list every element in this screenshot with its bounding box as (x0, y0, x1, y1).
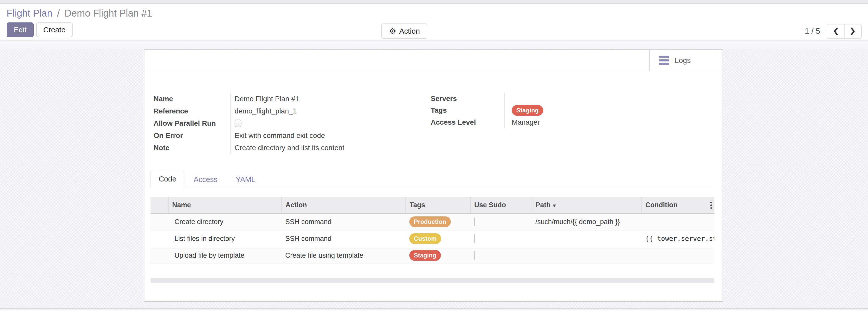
field-row-access-level: Access Level Manager (431, 116, 660, 129)
row-handle-cell (151, 247, 168, 264)
form-buttons: Edit Create (7, 23, 861, 37)
table-header-row: Name Action Tags Use Sudo Path▾ Conditio… (151, 197, 714, 214)
breadcrumb: Flight Plan / Demo Flight Plan #1 (7, 7, 861, 20)
field-label-on-error: On Error (154, 132, 230, 140)
field-value-note: Create directory and list its content (230, 142, 431, 154)
sort-desc-icon: ▾ (553, 203, 556, 208)
row-name-cell: List files in directory (168, 230, 282, 247)
table-row[interactable]: Upload file by template Create file usin… (151, 247, 714, 264)
field-value-reference: demo_flight_plan_1 (230, 105, 431, 117)
tag-badge-production: Production (409, 217, 451, 227)
commands-table: Name Action Tags Use Sudo Path▾ Conditio… (151, 197, 714, 264)
form-card-header: Logs (145, 50, 722, 72)
form-card: Logs Name Demo Flight Plan #1 Reference … (144, 50, 723, 302)
field-row-tags: Tags Staging (431, 105, 660, 116)
form-view-background: Logs Name Demo Flight Plan #1 Reference … (0, 41, 868, 310)
row-name-cell: Create directory (168, 214, 282, 230)
commands-table-area: Name Action Tags Use Sudo Path▾ Conditio… (151, 197, 714, 283)
tag-badge-custom: Custom (409, 233, 441, 244)
tab-yaml[interactable]: YAML (227, 172, 265, 187)
bottom-panel-edge (0, 308, 868, 310)
row-use-sudo-cell (470, 247, 532, 264)
column-header-name[interactable]: Name (168, 197, 282, 214)
row-action-cell: SSH command (282, 230, 406, 247)
row-tags-cell: Staging (406, 247, 470, 264)
pager: 1 / 5 (805, 24, 862, 39)
field-label-servers: Servers (431, 94, 504, 103)
content-top-strip (0, 41, 868, 49)
row-handle-cell (151, 230, 168, 247)
field-label-name: Name (154, 95, 230, 103)
column-header-use-sudo[interactable]: Use Sudo (470, 197, 532, 214)
field-groups: Name Demo Flight Plan #1 Reference demo_… (154, 93, 722, 154)
row-handle-cell (151, 214, 168, 230)
tab-code[interactable]: Code (151, 171, 184, 187)
breadcrumb-separator: / (55, 8, 62, 19)
field-row-name: Name Demo Flight Plan #1 (154, 93, 431, 105)
field-group-right: Servers Tags Staging Access Level Manage… (431, 93, 660, 154)
field-label-allow-parallel-run: Allow Parallel Run (154, 119, 230, 128)
row-tags-cell: Production (406, 214, 470, 230)
tag-badge-staging[interactable]: Staging (512, 105, 543, 116)
horizontal-scrollbar[interactable] (151, 278, 714, 283)
logs-button[interactable]: Logs (649, 50, 722, 71)
allow-parallel-run-checkbox[interactable] (235, 119, 242, 127)
chevron-right-icon (850, 27, 856, 35)
column-header-path[interactable]: Path▾ (532, 197, 642, 214)
row-use-sudo-cell (470, 214, 532, 230)
row-path-cell (532, 247, 642, 264)
control-panel: Flight Plan / Demo Flight Plan #1 Edit C… (0, 4, 868, 41)
field-value-name: Demo Flight Plan #1 (230, 93, 431, 105)
pager-buttons (827, 24, 862, 39)
field-label-access-level: Access Level (431, 118, 504, 126)
field-value-access-level: Manager (504, 116, 660, 129)
field-row-note: Note Create directory and list its conte… (154, 142, 431, 154)
row-name-cell: Upload file by template (168, 247, 282, 264)
column-header-action[interactable]: Action (282, 197, 406, 214)
row-action-cell: SSH command (282, 214, 406, 230)
field-value-on-error: Exit with command exit code (230, 130, 431, 142)
field-label-reference: Reference (154, 107, 230, 115)
column-header-handle (151, 197, 168, 214)
create-button[interactable]: Create (36, 23, 72, 37)
breadcrumb-parent-link[interactable]: Flight Plan (7, 8, 53, 19)
table-row[interactable]: Create directory SSH command Production … (151, 214, 714, 230)
row-action-cell: Create file using template (282, 247, 406, 264)
breadcrumb-current: Demo Flight Plan #1 (64, 8, 152, 19)
top-navbar-edge (0, 0, 868, 4)
field-label-tags: Tags (431, 106, 504, 114)
column-header-tags[interactable]: Tags (406, 197, 470, 214)
field-value-servers (504, 93, 660, 105)
gear-icon: ⚙ (389, 27, 396, 35)
field-value-tags: Staging (504, 105, 660, 116)
field-row-on-error: On Error Exit with command exit code (154, 130, 431, 142)
row-condition-cell (642, 214, 714, 230)
notebook-tabs: Code Access YAML (151, 171, 714, 187)
field-row-allow-parallel-run: Allow Parallel Run (154, 117, 431, 130)
use-sudo-checkbox[interactable] (474, 218, 475, 226)
row-path-cell: /such/much/{{ demo_path }} (532, 214, 642, 230)
pager-count: 1 / 5 (805, 27, 820, 36)
field-row-reference: Reference demo_flight_plan_1 (154, 105, 431, 117)
column-header-condition-label: Condition (645, 201, 678, 209)
optional-columns-icon[interactable] (710, 202, 712, 209)
action-button-label: Action (399, 27, 420, 35)
edit-button[interactable]: Edit (7, 23, 34, 37)
tag-badge-staging: Staging (409, 250, 441, 261)
field-group-left: Name Demo Flight Plan #1 Reference demo_… (154, 93, 431, 154)
pager-previous-button[interactable] (827, 24, 844, 39)
hamburger-icon (659, 56, 669, 65)
column-header-condition[interactable]: Condition (642, 197, 714, 214)
tab-access[interactable]: Access (184, 172, 226, 187)
row-use-sudo-cell (470, 230, 532, 247)
column-header-path-label: Path (536, 201, 551, 209)
pager-next-button[interactable] (844, 24, 862, 39)
form-card-body: Name Demo Flight Plan #1 Reference demo_… (145, 72, 722, 283)
row-condition-cell: {{ tower.server.st (642, 230, 714, 247)
use-sudo-checkbox[interactable] (474, 251, 475, 260)
field-label-note: Note (154, 144, 230, 152)
screen: Flight Plan / Demo Flight Plan #1 Edit C… (0, 0, 868, 311)
action-menu-button[interactable]: ⚙ Action (381, 24, 427, 39)
table-row[interactable]: List files in directory SSH command Cust… (151, 230, 714, 247)
use-sudo-checkbox[interactable] (474, 234, 475, 243)
